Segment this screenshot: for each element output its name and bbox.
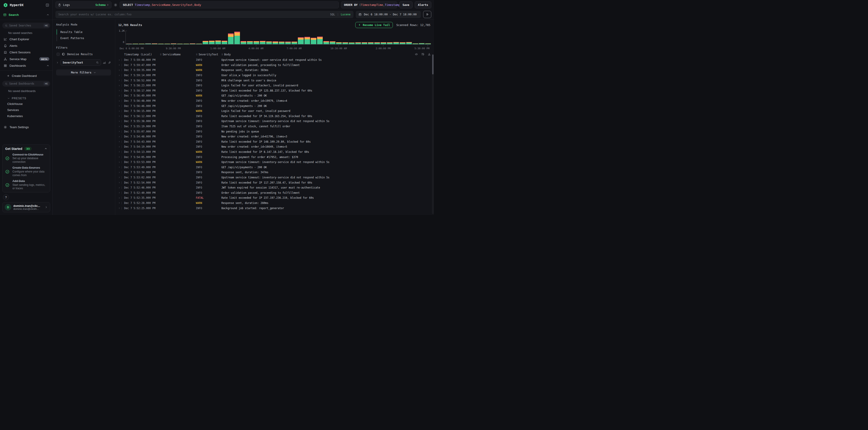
row-expander[interactable] bbox=[118, 207, 124, 209]
column-severitytext[interactable]: ⠿SeverityText bbox=[196, 53, 221, 56]
histogram-bar[interactable] bbox=[323, 41, 329, 44]
select-clause-input[interactable]: SELECT Timestamp,ServiceName,SeverityTex… bbox=[120, 1, 339, 8]
log-row[interactable]: Dec 7 5:56:12.000 PM INFO Rate limit exc… bbox=[118, 114, 434, 119]
log-row[interactable]: Dec 7 5:52:40.000 PM INFO Order validati… bbox=[118, 190, 434, 195]
histogram-bar[interactable] bbox=[234, 32, 240, 44]
help-button[interactable]: ? bbox=[3, 194, 9, 200]
event-search-input[interactable]: SQL | Lucene bbox=[55, 11, 353, 18]
log-row[interactable]: Dec 7 5:52:54.000 PM INFO Rate limit exc… bbox=[118, 180, 434, 185]
histogram-bar[interactable] bbox=[209, 41, 215, 44]
order-by-input[interactable]: ORDER BY (TimestampTime, Timestamp) DESC bbox=[341, 1, 397, 8]
row-expander[interactable] bbox=[118, 99, 124, 102]
log-row[interactable]: Dec 7 5:56:49.000 PM WARN GET /api/v1/pr… bbox=[118, 93, 434, 98]
table-scrollbar[interactable] bbox=[432, 54, 434, 214]
row-expander[interactable] bbox=[118, 202, 124, 204]
chevron-right-icon[interactable] bbox=[56, 61, 59, 64]
log-row[interactable]: Dec 7 5:53:53.000 PM WARN Upstream servi… bbox=[118, 160, 434, 165]
log-row[interactable]: Dec 7 5:52:28.000 PM WARN Response sent,… bbox=[118, 201, 434, 206]
row-expander[interactable] bbox=[118, 69, 124, 71]
histogram-bar[interactable] bbox=[253, 41, 259, 44]
mode-results-table[interactable]: Results Table bbox=[57, 29, 111, 35]
sidebar-item-search[interactable]: Search bbox=[0, 10, 53, 20]
log-row[interactable]: Dec 7 5:59:35.000 PM WARN Response sent,… bbox=[118, 68, 434, 73]
row-expander[interactable] bbox=[118, 135, 124, 138]
row-expander[interactable] bbox=[118, 196, 124, 199]
saved-searches-input[interactable]: ⌘K bbox=[2, 23, 50, 29]
sidebar-item-service-map[interactable]: Service Map BETA bbox=[2, 56, 50, 62]
preset-services[interactable]: Services bbox=[2, 107, 50, 113]
chevron-up-icon[interactable] bbox=[44, 147, 47, 150]
create-dashboard-button[interactable]: Create Dashboard bbox=[2, 72, 50, 79]
user-menu[interactable]: D dominic.tran@clic... dominic.tran@clic… bbox=[2, 202, 50, 212]
get-started-step[interactable]: Connect to ClickHouse Set up your databa… bbox=[5, 153, 47, 164]
row-expander[interactable] bbox=[118, 64, 124, 66]
sidebar-item-dashboards[interactable]: Dashboards bbox=[2, 62, 50, 69]
row-expander[interactable] bbox=[118, 59, 124, 61]
histogram-bar[interactable] bbox=[241, 41, 246, 44]
log-row[interactable]: Dec 7 5:59:14.000 PM INFO User alice_w l… bbox=[118, 73, 434, 78]
log-row[interactable]: Dec 7 5:52:46.000 PM INFO JWT token expi… bbox=[118, 185, 434, 190]
histogram-bar[interactable] bbox=[228, 33, 234, 44]
log-row[interactable]: Dec 7 5:53:34.000 PM INFO Response sent,… bbox=[118, 170, 434, 175]
row-expander[interactable] bbox=[118, 186, 124, 189]
row-expander[interactable] bbox=[118, 79, 124, 82]
drag-handle-icon[interactable]: ⠿ bbox=[221, 53, 223, 56]
row-expander[interactable] bbox=[118, 156, 124, 159]
saved-dashboards-field[interactable] bbox=[9, 82, 42, 85]
row-expander[interactable] bbox=[118, 140, 124, 143]
log-row[interactable]: Dec 7 5:53:49.000 PM INFO GET /api/v1/pa… bbox=[118, 165, 434, 170]
denoise-results-toggle[interactable]: Denoise Results bbox=[57, 53, 111, 56]
log-row[interactable]: Dec 7 5:56:46.000 PM INFO GET /api/v1/pa… bbox=[118, 103, 434, 108]
histogram-bar[interactable] bbox=[317, 37, 323, 44]
collapse-sidebar-icon[interactable] bbox=[45, 3, 49, 7]
drag-handle-icon[interactable]: ⠿ bbox=[196, 53, 197, 56]
schema-toggle[interactable]: Schema bbox=[95, 3, 109, 6]
row-expander[interactable] bbox=[118, 161, 124, 163]
query-settings-button[interactable] bbox=[114, 3, 117, 7]
more-filters-button[interactable]: More filters bbox=[56, 69, 111, 75]
row-expander[interactable] bbox=[118, 166, 124, 169]
row-expander[interactable] bbox=[118, 125, 124, 128]
facet-pin-button[interactable] bbox=[108, 61, 111, 64]
event-search-field[interactable] bbox=[58, 13, 328, 16]
log-row[interactable]: Dec 7 5:54:05.000 PM INFO Processing pay… bbox=[118, 155, 434, 160]
histogram-bar[interactable] bbox=[304, 37, 310, 44]
mode-event-patterns[interactable]: Event Patterns bbox=[57, 35, 111, 41]
log-row[interactable]: Dec 7 5:54:19.000 PM INFO New order crea… bbox=[118, 144, 434, 150]
chevron-up-icon[interactable] bbox=[46, 64, 49, 67]
mode-lucene[interactable]: Lucene bbox=[341, 13, 350, 16]
row-expander[interactable] bbox=[118, 192, 124, 194]
histogram-bar[interactable] bbox=[247, 41, 253, 44]
log-row[interactable]: Dec 7 5:55:19.000 PM INFO Item 7525 out … bbox=[118, 124, 434, 129]
row-expander[interactable] bbox=[118, 151, 124, 153]
log-row[interactable]: Dec 7 5:54:43.000 PM INFO Rate limit exc… bbox=[118, 139, 434, 144]
row-expander[interactable] bbox=[118, 176, 124, 179]
log-row[interactable]: Dec 7 5:55:07.000 PM INFO No pending job… bbox=[118, 129, 434, 134]
save-button[interactable]: Save bbox=[399, 1, 412, 8]
drag-handle-icon[interactable]: ⠿ bbox=[160, 53, 161, 56]
log-row[interactable]: Dec 7 5:59:48.000 PM INFO Upstream servi… bbox=[118, 58, 434, 63]
log-row[interactable]: Dec 7 5:58:23.000 PM INFO Login failed f… bbox=[118, 83, 434, 88]
severity-facet-search[interactable]: SeverityText bbox=[60, 60, 101, 66]
histogram-bar[interactable] bbox=[203, 41, 208, 44]
row-expander[interactable] bbox=[118, 115, 124, 118]
export-button[interactable] bbox=[428, 53, 431, 56]
sidebar-item-chart-explorer[interactable]: Chart Explorer bbox=[2, 36, 50, 42]
run-query-button[interactable] bbox=[423, 11, 431, 18]
log-row[interactable]: Dec 7 5:52:25.000 PM INFO Background job… bbox=[118, 205, 434, 211]
row-expander[interactable] bbox=[118, 181, 124, 184]
get-started-step[interactable]: Add Data Start sending logs, metrics, or… bbox=[5, 179, 47, 190]
preset-clickhouse[interactable]: ClickHouse bbox=[2, 101, 50, 107]
row-expander[interactable] bbox=[118, 120, 124, 123]
histogram-bar[interactable] bbox=[222, 41, 227, 44]
chevron-up-icon[interactable] bbox=[46, 13, 49, 16]
row-expander[interactable] bbox=[118, 94, 124, 97]
row-expander[interactable] bbox=[118, 89, 124, 92]
column-timestamp[interactable]: Timestamp (Local) bbox=[124, 53, 160, 56]
log-row[interactable]: Dec 7 5:58:17.000 PM INFO Rate limit exc… bbox=[118, 88, 434, 93]
log-row[interactable]: Dec 7 5:56:15.000 PM WARN Login failed f… bbox=[118, 108, 434, 114]
saved-searches-field[interactable] bbox=[9, 24, 42, 27]
log-row[interactable]: Dec 7 5:55:38.000 PM INFO Upstream servi… bbox=[118, 119, 434, 124]
get-started-step[interactable]: Create Data Sources Configure where your… bbox=[5, 166, 47, 177]
sidebar-item-client-sessions[interactable]: Client Sessions bbox=[2, 49, 50, 56]
